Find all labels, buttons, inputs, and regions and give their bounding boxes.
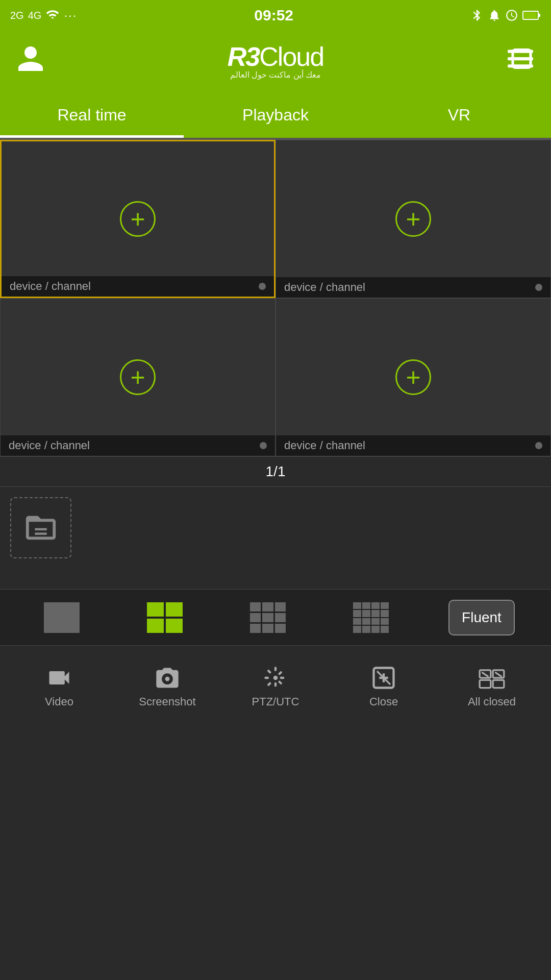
svg-rect-10	[159, 672, 162, 674]
close-label: Close	[369, 695, 398, 708]
clock-icon	[505, 9, 518, 22]
tab-playback[interactable]: Playback	[184, 92, 367, 138]
toolbar-close[interactable]: Close	[330, 665, 438, 708]
toolbar-video[interactable]: Video	[5, 665, 113, 708]
svg-line-19	[495, 672, 502, 677]
battery-icon	[522, 9, 541, 22]
screenshot-label: Screenshot	[139, 695, 195, 708]
menu-icon[interactable]	[505, 43, 536, 80]
video-icon	[46, 665, 72, 691]
svg-point-11	[273, 675, 278, 680]
allclosed-icon	[479, 665, 505, 691]
layout-1x1-btn[interactable]	[36, 597, 87, 638]
ptz-icon	[262, 665, 289, 691]
status-time: 09:52	[254, 7, 293, 24]
svg-rect-16	[480, 680, 491, 688]
pagination: 1/1	[0, 456, 551, 487]
screenshot-icon	[154, 665, 181, 691]
tab-vr[interactable]: VR	[367, 92, 551, 138]
bluetooth-icon	[470, 9, 484, 22]
cell-label-3: device / channel	[1, 435, 275, 456]
video-grid: + device / channel + device / channel + …	[0, 140, 551, 456]
cell-status-dot-3	[260, 442, 267, 449]
status-left-icons: 2G 4G ···	[10, 8, 77, 22]
cell-status-dot-1	[259, 283, 266, 290]
video-cell-3[interactable]: + device / channel	[0, 298, 276, 456]
layout-4x4-btn[interactable]	[345, 597, 396, 638]
nav-tabs: Real time Playback VR	[0, 92, 551, 138]
wifi-icon	[45, 8, 60, 22]
cell-status-dot-4	[535, 442, 542, 449]
toolbar-screenshot[interactable]: Screenshot	[113, 665, 221, 708]
logo-main-text: R3Cloud	[228, 43, 323, 70]
add-channel-btn-1[interactable]: +	[120, 201, 156, 237]
file-folder-icon[interactable]	[10, 497, 71, 558]
app-logo: R3Cloud معك أين ماكنت حول العالم	[228, 43, 323, 80]
status-right-icons	[470, 9, 541, 22]
cell-status-dot-2	[535, 284, 542, 291]
bottom-toolbar: Video Screenshot PTZ/UTC Close	[0, 645, 551, 727]
cell-label-1: device / channel	[2, 276, 274, 297]
logo-sub-text: معك أين ماكنت حول العالم	[230, 70, 321, 80]
cell-label-4: device / channel	[276, 435, 550, 456]
more-icon: ···	[64, 8, 77, 22]
add-channel-btn-4[interactable]: +	[395, 359, 431, 395]
file-browser	[0, 487, 551, 589]
svg-rect-1	[524, 12, 536, 18]
user-icon[interactable]	[15, 43, 46, 80]
svg-rect-17	[493, 680, 504, 688]
header: R3Cloud معك أين ماكنت حول العالم	[0, 31, 551, 92]
page-indicator: 1/1	[266, 463, 286, 480]
status-bar: 2G 4G ··· 09:52	[0, 0, 551, 31]
allclosed-label: All closed	[468, 695, 516, 708]
ptz-label: PTZ/UTC	[252, 695, 299, 708]
toolbar-ptz[interactable]: PTZ/UTC	[221, 665, 330, 708]
signal-4g-icon: 4G	[28, 10, 42, 21]
layout-2x2-btn[interactable]	[139, 597, 190, 638]
fluent-btn[interactable]: Fluent	[448, 600, 515, 635]
add-channel-btn-3[interactable]: +	[120, 359, 156, 395]
close-icon	[370, 665, 397, 691]
video-label: Video	[45, 695, 73, 708]
signal-2g-icon: 2G	[10, 10, 24, 21]
cell-label-2: device / channel	[276, 277, 550, 298]
tab-realtime[interactable]: Real time	[0, 92, 184, 138]
video-cell-2[interactable]: + device / channel	[276, 140, 551, 298]
layout-selector: Fluent	[0, 589, 551, 645]
video-cell-1[interactable]: + device / channel	[0, 140, 276, 298]
layout-3x3-btn[interactable]	[242, 597, 293, 638]
toolbar-allclosed[interactable]: All closed	[438, 665, 546, 708]
add-channel-btn-2[interactable]: +	[395, 201, 431, 237]
svg-rect-2	[538, 14, 540, 17]
svg-line-18	[482, 672, 489, 677]
svg-line-13	[377, 671, 390, 684]
video-cell-4[interactable]: + device / channel	[276, 298, 551, 456]
bell-icon	[488, 9, 501, 22]
svg-point-9	[165, 676, 170, 681]
